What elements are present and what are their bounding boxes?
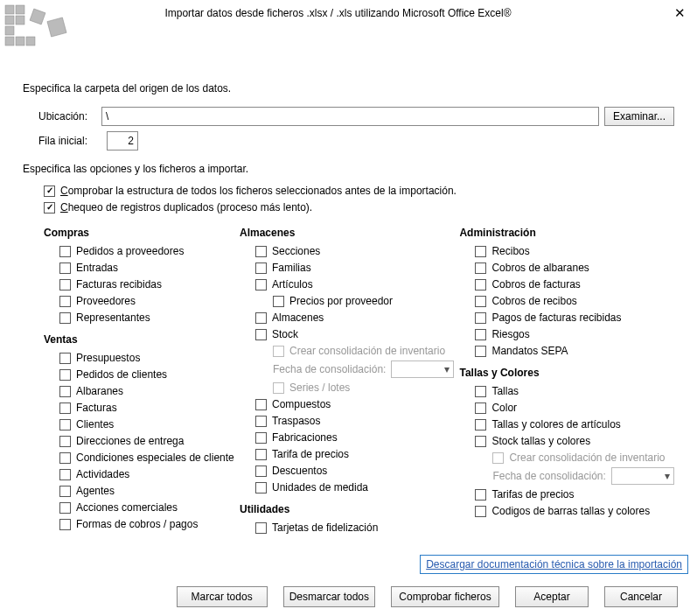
file-checkbox[interactable]: Presupuestos xyxy=(59,351,240,365)
group-almacenes-title: Almacenes xyxy=(240,227,459,239)
browse-button[interactable]: Examinar... xyxy=(604,107,674,126)
checkbox-icon xyxy=(59,246,71,257)
file-checkbox[interactable]: Acciones comerciales xyxy=(59,500,240,514)
checkbox-icon xyxy=(59,312,71,324)
file-checkbox[interactable]: Tallas xyxy=(475,384,674,398)
intro-folder-text: Especifica la carpeta del origen de los … xyxy=(23,82,674,94)
accept-button[interactable]: Aceptar xyxy=(515,586,589,607)
checkbox-icon xyxy=(59,386,71,397)
file-checkbox[interactable]: Almacenes xyxy=(255,311,459,325)
file-checkbox[interactable]: Riesgos xyxy=(475,327,674,341)
file-checkbox[interactable]: Representantes xyxy=(59,311,240,325)
checkbox-icon xyxy=(475,436,486,447)
file-checkbox[interactable]: Direcciones de entrega xyxy=(59,434,240,448)
checkbox-icon xyxy=(59,402,71,414)
fecha-consolidacion-tallas-combo[interactable]: ▾ xyxy=(611,467,674,485)
file-checkbox[interactable]: Entradas xyxy=(59,261,240,275)
check-structure-checkbox[interactable]: Comprobar la estructura de todos los fic… xyxy=(44,184,674,198)
file-checkbox[interactable]: Tarjetas de fidelización xyxy=(255,521,459,535)
checkbox-icon xyxy=(475,329,486,340)
close-button[interactable]: ✕ xyxy=(669,5,690,21)
file-checkbox[interactable]: Fabricaciones xyxy=(255,430,459,444)
file-checkbox[interactable]: Formas de cobros / pagos xyxy=(59,517,240,531)
file-checkbox[interactable]: Recibos xyxy=(475,244,674,258)
checkbox-icon xyxy=(59,436,71,447)
group-utilidades-title: Utilidades xyxy=(240,503,459,515)
file-checkbox[interactable]: Stock xyxy=(255,327,459,341)
initial-row-input[interactable] xyxy=(107,131,138,150)
file-checkbox[interactable]: Artículos xyxy=(255,277,459,291)
checkbox-icon xyxy=(475,312,486,324)
file-checkbox[interactable]: Familias xyxy=(255,261,459,275)
check-files-button[interactable]: Comprobar ficheros xyxy=(391,586,499,607)
svg-rect-9 xyxy=(47,18,66,37)
checkbox-icon xyxy=(59,486,71,497)
svg-rect-8 xyxy=(30,9,45,24)
file-checkbox[interactable]: Pedidos de clientes xyxy=(59,368,240,382)
file-checkbox[interactable]: Secciones xyxy=(255,244,459,258)
file-checkbox[interactable]: Tallas y colores de artículos xyxy=(475,417,674,431)
checkbox-icon xyxy=(475,402,486,414)
svg-rect-7 xyxy=(26,37,35,46)
file-checkbox[interactable]: Traspasos xyxy=(255,414,459,428)
checkbox-icon xyxy=(475,262,486,274)
checkbox-icon xyxy=(492,452,504,464)
checkbox-icon xyxy=(273,296,284,307)
unmark-all-button[interactable]: Desmarcar todos xyxy=(283,586,375,607)
checkbox-icon xyxy=(273,382,284,394)
checkbox-icon xyxy=(59,353,71,364)
checkbox-icon xyxy=(475,296,486,307)
file-checkbox[interactable]: Stock tallas y colores xyxy=(475,434,674,448)
file-checkbox[interactable]: Unidades de medida xyxy=(255,480,459,494)
check-duplicates-checkbox[interactable]: Chequeo de registros duplicados (proceso… xyxy=(44,200,674,214)
window-title: Importar datos desde ficheros .xlsx / .x… xyxy=(7,7,669,19)
doc-link-box: Descargar documentación técnica sobre la… xyxy=(420,555,688,574)
checkbox-icon xyxy=(59,519,71,530)
file-checkbox[interactable]: Color xyxy=(475,401,674,415)
file-checkbox[interactable]: Agentes xyxy=(59,484,240,498)
series-lotes-checkbox: Series / lotes xyxy=(273,381,459,395)
file-checkbox[interactable]: Albaranes xyxy=(59,384,240,398)
fecha-consolidacion-tallas-row: Fecha de consolidación: ▾ xyxy=(492,467,674,485)
mark-all-button[interactable]: Marcar todos xyxy=(177,586,268,607)
group-administracion-title: Administración xyxy=(459,227,674,239)
checkbox-icon xyxy=(255,466,267,477)
file-checkbox[interactable]: Cobros de albaranes xyxy=(475,261,674,275)
documentation-link[interactable]: Descargar documentación técnica sobre la… xyxy=(426,558,682,570)
checkbox-icon xyxy=(59,469,71,480)
checkbox-icon xyxy=(59,452,71,464)
checkbox-icon xyxy=(59,502,71,514)
checkbox-icon xyxy=(59,419,71,430)
file-checkbox[interactable]: Tarifa de precios xyxy=(255,447,459,461)
file-checkbox[interactable]: Cobros de facturas xyxy=(475,277,674,291)
file-checkbox[interactable]: Tarifas de precios xyxy=(475,487,674,501)
fecha-consolidacion-row: Fecha de consolidación: ▾ xyxy=(273,360,459,378)
app-logo-icon xyxy=(3,4,77,51)
file-checkbox[interactable]: Descuentos xyxy=(255,464,459,478)
checkbox-icon xyxy=(475,246,486,257)
file-checkbox[interactable]: Proveedores xyxy=(59,294,240,308)
file-checkbox[interactable]: Facturas xyxy=(59,401,240,415)
crear-consolidacion-checkbox: Crear consolidación de inventario xyxy=(273,344,459,358)
svg-rect-5 xyxy=(5,37,14,46)
file-checkbox[interactable]: Actividades xyxy=(59,467,240,481)
file-checkbox[interactable]: Condiciones especiales de cliente xyxy=(59,451,240,465)
cancel-button[interactable]: Cancelar xyxy=(604,586,678,607)
checkbox-icon xyxy=(59,279,71,290)
checkbox-icon xyxy=(255,246,267,257)
file-checkbox[interactable]: Pagos de facturas recibidas xyxy=(475,311,674,325)
checkbox-icon xyxy=(255,482,267,494)
file-checkbox[interactable]: Compuestos xyxy=(255,397,459,411)
file-checkbox[interactable]: Cobros de recibos xyxy=(475,294,674,308)
file-checkbox[interactable]: Pedidos a proveedores xyxy=(59,244,240,258)
fecha-consolidacion-combo[interactable]: ▾ xyxy=(391,360,454,378)
precios-proveedor-checkbox[interactable]: Precios por proveedor xyxy=(273,294,459,308)
checkbox-icon xyxy=(255,432,267,444)
location-input[interactable] xyxy=(101,107,599,126)
file-checkbox[interactable]: Codigos de barras tallas y colores xyxy=(475,504,674,518)
file-checkbox[interactable]: Mandatos SEPA xyxy=(475,344,674,358)
file-checkbox[interactable]: Clientes xyxy=(59,417,240,431)
checkbox-icon xyxy=(255,399,267,410)
checkbox-icon xyxy=(475,489,486,500)
file-checkbox[interactable]: Facturas recibidas xyxy=(59,277,240,291)
